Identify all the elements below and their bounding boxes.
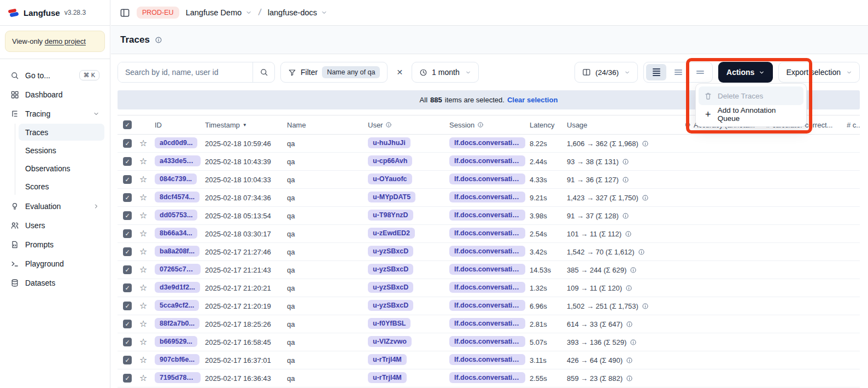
- user-badge[interactable]: u-MYpDAT5: [368, 192, 415, 202]
- table-row[interactable]: ✓ ☆ 8dcf4574... 2025-02-18 07:34:36 qa u…: [118, 189, 860, 207]
- session-badge[interactable]: lf.docs.conversation...: [449, 137, 525, 148]
- menu-item-delete-traces[interactable]: Delete Traces: [699, 86, 804, 105]
- trace-id-badge[interactable]: 7195d78e...: [155, 372, 201, 383]
- info-icon[interactable]: [642, 303, 649, 310]
- info-icon[interactable]: [626, 321, 633, 328]
- session-badge[interactable]: lf.docs.conversation...: [449, 336, 525, 347]
- user-badge[interactable]: u-OYauofc: [368, 173, 412, 184]
- sidebar-item-tracing[interactable]: Tracing: [5, 105, 104, 123]
- clear-filter-button[interactable]: ✕: [393, 68, 406, 77]
- row-checkbox[interactable]: ✓: [123, 175, 132, 184]
- row-checkbox[interactable]: ✓: [123, 302, 132, 310]
- sidebar-toggle-icon[interactable]: [120, 8, 130, 18]
- session-badge[interactable]: lf.docs.conversation...: [449, 264, 525, 275]
- info-icon[interactable]: [622, 212, 629, 219]
- bookmark-star-icon[interactable]: ☆: [139, 302, 147, 310]
- org-switcher[interactable]: Langfuse Demo: [186, 8, 252, 17]
- bookmark-star-icon[interactable]: ☆: [139, 157, 147, 166]
- user-badge[interactable]: u-yzSBxcD: [368, 282, 413, 293]
- project-switcher[interactable]: langfuse-docs: [268, 8, 327, 17]
- user-badge[interactable]: u-zEwdED2: [368, 228, 415, 239]
- search-input[interactable]: [118, 62, 253, 82]
- trace-id-badge[interactable]: a433de51...: [155, 155, 201, 166]
- trace-id-badge[interactable]: 88f2a7b0...: [155, 318, 200, 329]
- session-badge[interactable]: lf.docs.conversation...: [449, 173, 525, 184]
- info-icon[interactable]: [642, 194, 649, 201]
- info-icon[interactable]: [622, 176, 629, 183]
- bookmark-star-icon[interactable]: ☆: [139, 193, 147, 202]
- bookmark-star-icon[interactable]: ☆: [139, 283, 147, 292]
- row-checkbox[interactable]: ✓: [123, 338, 132, 346]
- trace-id-badge[interactable]: 907cbf6e...: [155, 354, 200, 365]
- user-badge[interactable]: u-T98YnzD: [368, 210, 413, 221]
- session-badge[interactable]: lf.docs.conversation...: [449, 192, 525, 202]
- bookmark-star-icon[interactable]: ☆: [139, 175, 147, 184]
- row-checkbox[interactable]: ✓: [123, 211, 132, 220]
- info-icon[interactable]: [625, 285, 632, 292]
- search-submit[interactable]: [253, 62, 274, 82]
- row-height-large-button[interactable]: [690, 64, 710, 80]
- actions-button[interactable]: Actions: [718, 62, 773, 83]
- sidebar-item-observations[interactable]: Observations: [19, 160, 104, 177]
- user-badge[interactable]: u-f0YfBSL: [368, 318, 410, 329]
- session-badge[interactable]: lf.docs.conversation...: [449, 354, 525, 365]
- demo-project-link[interactable]: demo project: [45, 37, 86, 45]
- sidebar-item-scores[interactable]: Scores: [19, 178, 104, 195]
- info-icon[interactable]: [642, 140, 649, 147]
- column-header-c[interactable]: # c...: [847, 121, 860, 129]
- column-visibility-button[interactable]: (24/36): [574, 62, 638, 83]
- table-row[interactable]: ✓ ☆ 88f2a7b0... 2025-02-17 18:25:26 qa u…: [118, 315, 860, 333]
- table-row[interactable]: ✓ ☆ d3e9d1f2... 2025-02-17 21:20:21 qa u…: [118, 279, 860, 297]
- column-header-user[interactable]: User: [368, 121, 449, 129]
- table-row[interactable]: ✓ ☆ 8b66a34... 2025-02-18 03:30:17 qa u-…: [118, 225, 860, 243]
- bookmark-star-icon[interactable]: ☆: [139, 247, 147, 256]
- row-height-small-button[interactable]: [646, 64, 666, 80]
- column-header-usage[interactable]: Usage: [567, 121, 684, 129]
- bookmark-star-icon[interactable]: ☆: [139, 356, 147, 364]
- table-row[interactable]: ✓ ☆ dd05753... 2025-02-18 05:13:54 qa u-…: [118, 207, 860, 225]
- sidebar-item-playground[interactable]: Playground: [5, 254, 104, 273]
- session-badge[interactable]: lf.docs.conversation...: [449, 228, 525, 239]
- trace-id-badge[interactable]: ba8a208f...: [155, 246, 200, 257]
- table-row[interactable]: ✓ ☆ 5cca9cf2... 2025-02-17 21:20:19 qa u…: [118, 297, 860, 315]
- bookmark-star-icon[interactable]: ☆: [139, 211, 147, 220]
- table-row[interactable]: ✓ ☆ 907cbf6e... 2025-02-17 16:37:01 qa u…: [118, 351, 860, 369]
- row-height-medium-button[interactable]: [668, 64, 688, 80]
- column-header-timestamp[interactable]: Timestamp▼: [205, 121, 287, 129]
- row-checkbox[interactable]: ✓: [123, 139, 132, 148]
- info-icon[interactable]: [155, 36, 162, 44]
- sidebar-item-dashboard[interactable]: Dashboard: [5, 85, 104, 103]
- table-row[interactable]: ✓ ☆ a433de51... 2025-02-18 10:43:39 qa u…: [118, 153, 860, 171]
- trace-id-badge[interactable]: 8b66a34...: [155, 228, 197, 239]
- sidebar-item-goto[interactable]: Go to... ⌘ K: [5, 66, 104, 84]
- sidebar-item-datasets[interactable]: Datasets: [5, 274, 104, 292]
- user-badge[interactable]: u-rTrjl4M: [368, 354, 407, 365]
- table-row[interactable]: ✓ ☆ a0cd0d9... 2025-02-18 10:59:46 qa u-…: [118, 135, 860, 153]
- clear-selection-link[interactable]: Clear selection: [507, 96, 558, 104]
- row-checkbox[interactable]: ✓: [123, 320, 132, 328]
- menu-item-add-to-annotation-queue[interactable]: + Add to Annotation Queue: [699, 105, 804, 124]
- bookmark-star-icon[interactable]: ☆: [139, 139, 147, 148]
- sidebar-item-traces[interactable]: Traces: [19, 124, 104, 141]
- session-badge[interactable]: lf.docs.conversation...: [449, 210, 525, 221]
- bookmark-star-icon[interactable]: ☆: [139, 374, 147, 383]
- row-checkbox[interactable]: ✓: [123, 229, 132, 238]
- table-row[interactable]: ✓ ☆ b669529... 2025-02-17 16:58:45 qa u-…: [118, 333, 860, 351]
- select-all-checkbox[interactable]: ✓: [123, 120, 132, 129]
- trace-id-badge[interactable]: b669529...: [155, 336, 197, 347]
- session-badge[interactable]: lf.docs.conversation...: [449, 246, 525, 257]
- bookmark-star-icon[interactable]: ☆: [139, 229, 147, 238]
- column-header-session[interactable]: Session: [449, 121, 530, 129]
- info-icon[interactable]: [622, 158, 629, 165]
- row-checkbox[interactable]: ✓: [123, 247, 132, 256]
- session-badge[interactable]: lf.docs.conversation...: [449, 300, 525, 311]
- info-icon[interactable]: [477, 121, 484, 128]
- user-badge[interactable]: u-cp66Avh: [368, 155, 412, 166]
- row-checkbox[interactable]: ✓: [123, 356, 132, 364]
- table-row[interactable]: ✓ ☆ ba8a208f... 2025-02-17 21:27:46 qa u…: [118, 243, 860, 261]
- row-checkbox[interactable]: ✓: [123, 374, 132, 383]
- row-checkbox[interactable]: ✓: [123, 265, 132, 274]
- trace-id-badge[interactable]: a0cd0d9...: [155, 137, 197, 148]
- user-badge[interactable]: u-huJhuJi: [368, 137, 410, 148]
- info-icon[interactable]: [626, 375, 633, 382]
